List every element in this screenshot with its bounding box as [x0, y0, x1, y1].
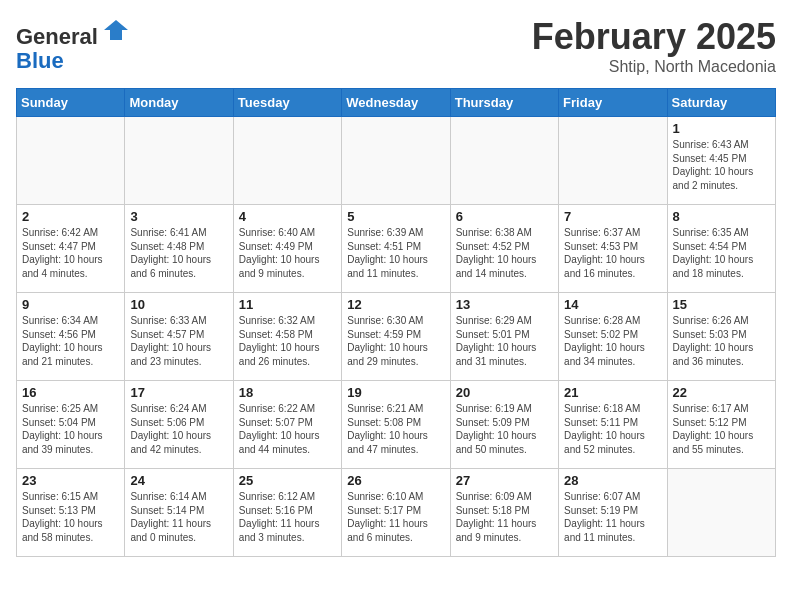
day-info: Sunrise: 6:26 AM Sunset: 5:03 PM Dayligh…: [673, 314, 770, 368]
calendar-cell: 11Sunrise: 6:32 AM Sunset: 4:58 PM Dayli…: [233, 293, 341, 381]
calendar-cell: 1Sunrise: 6:43 AM Sunset: 4:45 PM Daylig…: [667, 117, 775, 205]
logo-general-text: General: [16, 24, 98, 49]
calendar-table: SundayMondayTuesdayWednesdayThursdayFrid…: [16, 88, 776, 557]
day-info: Sunrise: 6:37 AM Sunset: 4:53 PM Dayligh…: [564, 226, 661, 280]
calendar-cell: 18Sunrise: 6:22 AM Sunset: 5:07 PM Dayli…: [233, 381, 341, 469]
calendar-header-wednesday: Wednesday: [342, 89, 450, 117]
day-info: Sunrise: 6:30 AM Sunset: 4:59 PM Dayligh…: [347, 314, 444, 368]
calendar-cell: [125, 117, 233, 205]
calendar-cell: [17, 117, 125, 205]
title-block: February 2025 Shtip, North Macedonia: [532, 16, 776, 76]
day-number: 12: [347, 297, 444, 312]
day-number: 27: [456, 473, 553, 488]
day-number: 19: [347, 385, 444, 400]
calendar-cell: 28Sunrise: 6:07 AM Sunset: 5:19 PM Dayli…: [559, 469, 667, 557]
day-info: Sunrise: 6:32 AM Sunset: 4:58 PM Dayligh…: [239, 314, 336, 368]
day-number: 11: [239, 297, 336, 312]
day-number: 5: [347, 209, 444, 224]
day-number: 4: [239, 209, 336, 224]
day-info: Sunrise: 6:12 AM Sunset: 5:16 PM Dayligh…: [239, 490, 336, 544]
calendar-cell: 9Sunrise: 6:34 AM Sunset: 4:56 PM Daylig…: [17, 293, 125, 381]
day-info: Sunrise: 6:22 AM Sunset: 5:07 PM Dayligh…: [239, 402, 336, 456]
calendar-cell: 22Sunrise: 6:17 AM Sunset: 5:12 PM Dayli…: [667, 381, 775, 469]
calendar-cell: 19Sunrise: 6:21 AM Sunset: 5:08 PM Dayli…: [342, 381, 450, 469]
calendar-week-row: 23Sunrise: 6:15 AM Sunset: 5:13 PM Dayli…: [17, 469, 776, 557]
day-number: 14: [564, 297, 661, 312]
day-number: 22: [673, 385, 770, 400]
calendar-cell: 5Sunrise: 6:39 AM Sunset: 4:51 PM Daylig…: [342, 205, 450, 293]
day-info: Sunrise: 6:35 AM Sunset: 4:54 PM Dayligh…: [673, 226, 770, 280]
calendar-cell: 27Sunrise: 6:09 AM Sunset: 5:18 PM Dayli…: [450, 469, 558, 557]
day-number: 26: [347, 473, 444, 488]
location-subtitle: Shtip, North Macedonia: [532, 58, 776, 76]
day-info: Sunrise: 6:09 AM Sunset: 5:18 PM Dayligh…: [456, 490, 553, 544]
logo: General Blue: [16, 16, 130, 73]
calendar-header-thursday: Thursday: [450, 89, 558, 117]
calendar-cell: 14Sunrise: 6:28 AM Sunset: 5:02 PM Dayli…: [559, 293, 667, 381]
day-info: Sunrise: 6:28 AM Sunset: 5:02 PM Dayligh…: [564, 314, 661, 368]
day-number: 28: [564, 473, 661, 488]
day-number: 9: [22, 297, 119, 312]
calendar-header-tuesday: Tuesday: [233, 89, 341, 117]
day-info: Sunrise: 6:21 AM Sunset: 5:08 PM Dayligh…: [347, 402, 444, 456]
day-info: Sunrise: 6:42 AM Sunset: 4:47 PM Dayligh…: [22, 226, 119, 280]
day-info: Sunrise: 6:34 AM Sunset: 4:56 PM Dayligh…: [22, 314, 119, 368]
logo-icon: [102, 16, 130, 44]
day-info: Sunrise: 6:25 AM Sunset: 5:04 PM Dayligh…: [22, 402, 119, 456]
day-number: 3: [130, 209, 227, 224]
calendar-cell: [450, 117, 558, 205]
page-header: General Blue February 2025 Shtip, North …: [16, 16, 776, 76]
calendar-cell: 23Sunrise: 6:15 AM Sunset: 5:13 PM Dayli…: [17, 469, 125, 557]
calendar-cell: 15Sunrise: 6:26 AM Sunset: 5:03 PM Dayli…: [667, 293, 775, 381]
calendar-cell: 25Sunrise: 6:12 AM Sunset: 5:16 PM Dayli…: [233, 469, 341, 557]
svg-marker-0: [104, 20, 128, 40]
calendar-cell: 12Sunrise: 6:30 AM Sunset: 4:59 PM Dayli…: [342, 293, 450, 381]
day-number: 15: [673, 297, 770, 312]
day-info: Sunrise: 6:15 AM Sunset: 5:13 PM Dayligh…: [22, 490, 119, 544]
calendar-week-row: 16Sunrise: 6:25 AM Sunset: 5:04 PM Dayli…: [17, 381, 776, 469]
day-number: 8: [673, 209, 770, 224]
calendar-cell: [233, 117, 341, 205]
day-number: 24: [130, 473, 227, 488]
day-number: 25: [239, 473, 336, 488]
calendar-header-friday: Friday: [559, 89, 667, 117]
day-info: Sunrise: 6:19 AM Sunset: 5:09 PM Dayligh…: [456, 402, 553, 456]
calendar-header-sunday: Sunday: [17, 89, 125, 117]
calendar-cell: 16Sunrise: 6:25 AM Sunset: 5:04 PM Dayli…: [17, 381, 125, 469]
day-number: 1: [673, 121, 770, 136]
month-title: February 2025: [532, 16, 776, 58]
calendar-header-row: SundayMondayTuesdayWednesdayThursdayFrid…: [17, 89, 776, 117]
day-number: 17: [130, 385, 227, 400]
logo-blue-text: Blue: [16, 48, 64, 73]
day-info: Sunrise: 6:07 AM Sunset: 5:19 PM Dayligh…: [564, 490, 661, 544]
calendar-cell: 6Sunrise: 6:38 AM Sunset: 4:52 PM Daylig…: [450, 205, 558, 293]
day-number: 13: [456, 297, 553, 312]
calendar-cell: 13Sunrise: 6:29 AM Sunset: 5:01 PM Dayli…: [450, 293, 558, 381]
calendar-header-monday: Monday: [125, 89, 233, 117]
calendar-cell: 7Sunrise: 6:37 AM Sunset: 4:53 PM Daylig…: [559, 205, 667, 293]
day-number: 18: [239, 385, 336, 400]
calendar-cell: 8Sunrise: 6:35 AM Sunset: 4:54 PM Daylig…: [667, 205, 775, 293]
calendar-cell: 20Sunrise: 6:19 AM Sunset: 5:09 PM Dayli…: [450, 381, 558, 469]
calendar-cell: 17Sunrise: 6:24 AM Sunset: 5:06 PM Dayli…: [125, 381, 233, 469]
calendar-cell: [667, 469, 775, 557]
day-info: Sunrise: 6:43 AM Sunset: 4:45 PM Dayligh…: [673, 138, 770, 192]
day-info: Sunrise: 6:18 AM Sunset: 5:11 PM Dayligh…: [564, 402, 661, 456]
day-info: Sunrise: 6:39 AM Sunset: 4:51 PM Dayligh…: [347, 226, 444, 280]
calendar-cell: 26Sunrise: 6:10 AM Sunset: 5:17 PM Dayli…: [342, 469, 450, 557]
day-info: Sunrise: 6:38 AM Sunset: 4:52 PM Dayligh…: [456, 226, 553, 280]
day-info: Sunrise: 6:29 AM Sunset: 5:01 PM Dayligh…: [456, 314, 553, 368]
calendar-week-row: 1Sunrise: 6:43 AM Sunset: 4:45 PM Daylig…: [17, 117, 776, 205]
day-info: Sunrise: 6:14 AM Sunset: 5:14 PM Dayligh…: [130, 490, 227, 544]
day-info: Sunrise: 6:17 AM Sunset: 5:12 PM Dayligh…: [673, 402, 770, 456]
day-info: Sunrise: 6:24 AM Sunset: 5:06 PM Dayligh…: [130, 402, 227, 456]
calendar-cell: 21Sunrise: 6:18 AM Sunset: 5:11 PM Dayli…: [559, 381, 667, 469]
day-number: 21: [564, 385, 661, 400]
day-info: Sunrise: 6:40 AM Sunset: 4:49 PM Dayligh…: [239, 226, 336, 280]
day-info: Sunrise: 6:33 AM Sunset: 4:57 PM Dayligh…: [130, 314, 227, 368]
day-info: Sunrise: 6:41 AM Sunset: 4:48 PM Dayligh…: [130, 226, 227, 280]
calendar-cell: [559, 117, 667, 205]
day-number: 10: [130, 297, 227, 312]
calendar-week-row: 2Sunrise: 6:42 AM Sunset: 4:47 PM Daylig…: [17, 205, 776, 293]
calendar-cell: [342, 117, 450, 205]
